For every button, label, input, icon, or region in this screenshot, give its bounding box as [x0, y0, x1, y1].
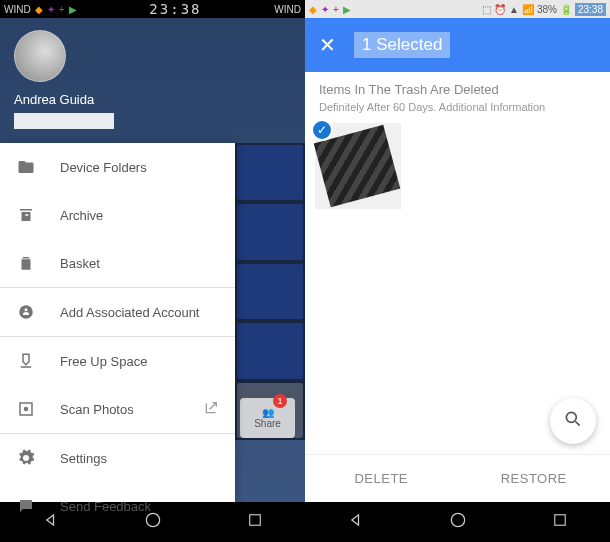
- trash-item[interactable]: ✓: [315, 123, 401, 209]
- bottom-action-bar: DELETE RESTORE: [305, 454, 610, 502]
- close-icon[interactable]: ✕: [319, 33, 336, 57]
- nav-recent-icon[interactable]: [551, 511, 569, 533]
- drawer-item-scan-photos[interactable]: Scan Photos: [0, 385, 235, 433]
- share-icon: 👥: [262, 407, 274, 418]
- drawer-label: Device Folders: [60, 160, 147, 175]
- nav-home-icon[interactable]: [448, 510, 468, 534]
- selection-count: 1 Selected: [354, 32, 450, 58]
- nav-recent-icon[interactable]: [246, 511, 264, 533]
- archive-icon: [16, 205, 36, 225]
- notification-icon: ◆: [35, 4, 43, 15]
- user-email-bar[interactable]: [14, 113, 114, 129]
- drawer-item-feedback[interactable]: Send Feedback: [0, 482, 235, 530]
- notification-icon: ✦: [47, 4, 55, 15]
- drawer-label: Free Up Space: [60, 354, 147, 369]
- svg-rect-4: [250, 515, 261, 526]
- drawer-label: Scan Photos: [60, 402, 134, 417]
- battery-label: 38%: [537, 4, 557, 15]
- signal-icon: 📶: [522, 4, 534, 15]
- restore-button[interactable]: RESTORE: [458, 455, 611, 502]
- share-badge: 1: [273, 394, 287, 408]
- notification-icon: ▶: [69, 4, 77, 15]
- notification-icon: ▶: [343, 4, 351, 15]
- svg-point-5: [566, 412, 576, 422]
- drawer-header: Andrea Guida: [0, 18, 305, 143]
- wifi-icon: ▲: [509, 4, 519, 15]
- notification-icon: +: [333, 4, 339, 15]
- battery-icon: 🔋: [560, 4, 572, 15]
- magnify-icon: [563, 409, 583, 433]
- svg-rect-8: [555, 515, 566, 526]
- system-nav-bar: [305, 502, 610, 542]
- drawer-item-archive[interactable]: Archive: [0, 191, 235, 239]
- zoom-fab[interactable]: [550, 398, 596, 444]
- notification-icon: ✦: [321, 4, 329, 15]
- selection-toolbar: ✕ 1 Selected: [305, 18, 610, 72]
- share-label: Share: [254, 418, 281, 429]
- account-icon: [16, 302, 36, 322]
- svg-point-7: [452, 513, 465, 526]
- share-tab[interactable]: 1 👥 Share: [240, 398, 295, 438]
- trash-icon: [16, 253, 36, 273]
- trash-info-title: Items In The Trash Are Deleted: [305, 72, 610, 101]
- svg-line-6: [576, 422, 580, 426]
- selected-check-icon: ✓: [311, 119, 333, 141]
- drawer-item-free-space[interactable]: Free Up Space: [0, 337, 235, 385]
- feedback-icon: [16, 496, 36, 516]
- delete-button[interactable]: DELETE: [305, 455, 458, 502]
- external-link-icon: [203, 400, 219, 419]
- drawer-label: Archive: [60, 208, 103, 223]
- drawer-label: Send Feedback: [60, 499, 151, 514]
- free-space-icon: [16, 351, 36, 371]
- drawer-item-device-folders[interactable]: Device Folders: [0, 143, 235, 191]
- drawer-label: Basket: [60, 256, 100, 271]
- photo-grid-background: 1 👥 Share: [235, 143, 305, 440]
- drawer-item-settings[interactable]: Settings: [0, 434, 235, 482]
- svg-point-2: [24, 407, 29, 412]
- nfc-icon: ⬚: [482, 4, 491, 15]
- nav-back-icon[interactable]: [346, 510, 366, 534]
- notification-icon: +: [59, 4, 65, 15]
- avatar[interactable]: [14, 30, 66, 82]
- trash-info-subtitle: Definitely After 60 Days. Additional Inf…: [305, 101, 610, 123]
- alarm-icon: ⏰: [494, 4, 506, 15]
- trash-grid: ✓: [305, 123, 610, 209]
- status-bar-right: ◆ ✦ + ▶ ⬚ ⏰ ▲ 📶 38% 🔋 23:38: [305, 0, 610, 18]
- drawer-label: Add Associated Account: [60, 305, 199, 320]
- drawer-item-basket[interactable]: Basket: [0, 239, 235, 287]
- clock: 23:38: [77, 1, 275, 17]
- navigation-drawer: Device Folders Archive Basket Add Associ: [0, 143, 235, 502]
- notification-icon: ◆: [309, 4, 317, 15]
- folder-icon: [16, 157, 36, 177]
- status-bar-left: WIND ◆ ✦ + ▶ 23:38 WIND: [0, 0, 305, 18]
- gear-icon: [16, 448, 36, 468]
- scan-icon: [16, 399, 36, 419]
- drawer-item-add-account[interactable]: Add Associated Account: [0, 288, 235, 336]
- carrier-label: WIND: [4, 4, 31, 15]
- user-name: Andrea Guida: [14, 92, 291, 107]
- drawer-label: Settings: [60, 451, 107, 466]
- clock: 23:38: [575, 3, 606, 16]
- carrier-right: WIND: [274, 4, 301, 15]
